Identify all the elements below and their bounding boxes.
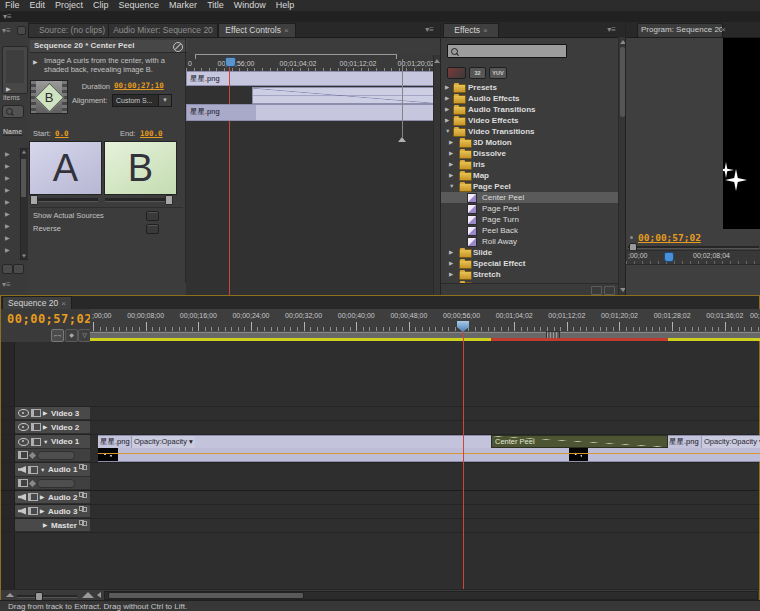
center-peel-transition-clip[interactable]: Center Peel: [491, 435, 668, 448]
track-header-audio1-keyframes[interactable]: [15, 477, 90, 489]
keyframe-icon[interactable]: [29, 451, 36, 458]
effects-tree-item-page-turn[interactable]: Page Turn: [441, 214, 618, 225]
effects-tree-item-map[interactable]: ▶Map: [441, 170, 618, 181]
track-header-video2[interactable]: ▶ Video 2: [15, 421, 90, 433]
set-display-style-icon[interactable]: [31, 409, 41, 417]
yuv-filter-button[interactable]: YUV: [489, 67, 507, 79]
tab-source[interactable]: Source: (no clips): [28, 23, 116, 37]
alignment-dropdown[interactable]: Custom S...: [112, 94, 163, 107]
project-bin-row[interactable]: ▶: [1, 232, 19, 244]
menu-project[interactable]: Project: [50, 0, 88, 11]
clip1-label[interactable]: 星星.png: [100, 436, 130, 448]
clip-b-bar[interactable]: [252, 104, 436, 121]
program-playhead-handle[interactable]: [664, 252, 674, 262]
set-display-style-icon[interactable]: [28, 493, 38, 501]
menu-title[interactable]: Title: [202, 0, 229, 11]
menu-window[interactable]: Window: [229, 0, 271, 11]
end-slider[interactable]: [105, 198, 173, 202]
panel-menu-icon[interactable]: ▾≡: [2, 26, 11, 35]
track-header-video1-keyframes[interactable]: [15, 449, 90, 461]
scroll-up-icon[interactable]: [22, 151, 26, 154]
tab-effects[interactable]: Effects×: [443, 23, 499, 37]
collapse-icon[interactable]: ▶: [449, 170, 453, 181]
keyframe-nav-control[interactable]: [37, 451, 75, 460]
tab-audio-mixer[interactable]: Audio Mixer: Sequence 20: [108, 23, 218, 37]
timeline-current-timecode[interactable]: 00;00;57;02: [7, 312, 92, 326]
toggle-track-output-icon[interactable]: [18, 494, 26, 501]
collapse-icon[interactable]: ▶: [449, 137, 453, 148]
collapse-icon[interactable]: ▶: [449, 247, 453, 258]
effects-tree-item-center-peel[interactable]: Center Peel: [441, 192, 618, 203]
start-value[interactable]: 0.0: [55, 129, 69, 138]
effects-tree-item-iris[interactable]: ▶Iris: [441, 159, 618, 170]
effects-tree-item-page-peel[interactable]: Page Peel: [441, 203, 618, 214]
panel-menu-icon[interactable]: ▾≡: [425, 25, 434, 34]
expand-icon[interactable]: ▼: [449, 181, 454, 192]
transition-ramp-bar[interactable]: [252, 87, 435, 104]
end-value[interactable]: 100.0: [140, 129, 163, 138]
zoom-out-icon[interactable]: [6, 593, 14, 597]
effects-tree-item-3d-motion[interactable]: ▶3D Motion: [441, 137, 618, 148]
duration-value[interactable]: 00;00;27;10: [114, 81, 164, 90]
set-display-style-icon[interactable]: [28, 507, 38, 515]
panel-menu-icon[interactable]: ▾≡: [3, 12, 12, 21]
track-header-master[interactable]: ▶ Master: [15, 519, 90, 531]
opacity-rubber-band[interactable]: [98, 453, 760, 454]
panel-close-icon[interactable]: [17, 26, 26, 35]
find-button[interactable]: [2, 105, 24, 118]
track-header-video3[interactable]: ▶ Video 3: [15, 407, 90, 419]
menu-file[interactable]: File: [0, 0, 25, 11]
menu-help[interactable]: Help: [271, 0, 300, 11]
menu-marker[interactable]: Marker: [164, 0, 202, 11]
keyframe-nav-control[interactable]: [37, 479, 75, 488]
tab-effect-controls[interactable]: Effect Controls×: [218, 23, 296, 37]
playhead-handle[interactable]: [225, 57, 236, 67]
toggle-track-output-icon[interactable]: [18, 409, 29, 417]
track-header-audio1[interactable]: ▼ Audio 1: [15, 463, 90, 476]
effects-tree-item-peel-back[interactable]: Peel Back: [441, 225, 618, 236]
tab-program[interactable]: Program: Sequence 20 ▼: [637, 23, 723, 38]
set-display-style-icon[interactable]: [31, 438, 41, 446]
project-bin-row[interactable]: ▶: [1, 184, 19, 196]
track-header-audio2[interactable]: ▶ Audio 2: [15, 491, 90, 503]
menu-clip[interactable]: Clip: [88, 0, 114, 11]
clip-a-bar[interactable]: 星星.png: [186, 71, 436, 86]
collapse-icon[interactable]: ▶: [449, 269, 453, 280]
effects-tree-item-special-effect[interactable]: ▶Special Effect: [441, 258, 618, 269]
effects-tree-item-page-peel[interactable]: ▼Page Peel: [441, 181, 618, 192]
zoom-in-icon[interactable]: [82, 592, 94, 598]
search-input[interactable]: [460, 45, 564, 59]
timeline-zoom-slider[interactable]: [17, 595, 77, 598]
collapse-icon[interactable]: ▶: [43, 424, 49, 430]
keyframe-icon[interactable]: [29, 479, 36, 486]
reverse-checkbox[interactable]: [146, 224, 159, 234]
panel-menu-icon[interactable]: ▾≡: [2, 280, 11, 289]
collapse-icon[interactable]: ▶: [40, 508, 46, 514]
effects-tree-item-slide[interactable]: ▶Slide: [441, 247, 618, 258]
name-column-header[interactable]: Name: [3, 128, 23, 136]
collapse-icon[interactable]: ▶: [449, 148, 453, 159]
project-bin-row[interactable]: ▶: [1, 172, 19, 184]
clip2-opacity-control[interactable]: Opacity:Opacity ▾: [701, 436, 760, 448]
scroll-down-icon[interactable]: [22, 255, 26, 258]
collapse-icon[interactable]: ▶: [43, 522, 49, 528]
effects-search-field[interactable]: [447, 44, 567, 58]
project-bin-row[interactable]: ▶: [1, 160, 19, 172]
edit-point-handle-icon[interactable]: [398, 137, 406, 142]
work-area-bar[interactable]: [90, 331, 760, 338]
expand-icon[interactable]: ▼: [43, 439, 49, 445]
clip-keyframe-area[interactable]: [98, 448, 760, 461]
menu-edit[interactable]: Edit: [25, 0, 51, 11]
toggle-track-output-icon[interactable]: [18, 438, 29, 446]
close-icon[interactable]: ×: [721, 25, 726, 34]
clip-b-bar-head[interactable]: 星星.png: [186, 104, 256, 121]
list-view-icon[interactable]: [2, 264, 13, 274]
toggle-track-output-icon[interactable]: [18, 423, 29, 431]
collapse-icon[interactable]: ▶: [445, 104, 449, 115]
menu-sequence[interactable]: Sequence: [114, 0, 165, 11]
scroll-left-icon[interactable]: [97, 592, 101, 598]
disclosure-icon[interactable]: ▶: [33, 58, 38, 65]
set-display-style-icon[interactable]: [31, 423, 41, 431]
expand-icon[interactable]: ▼: [40, 467, 46, 473]
play-icon[interactable]: ▶: [6, 85, 11, 92]
